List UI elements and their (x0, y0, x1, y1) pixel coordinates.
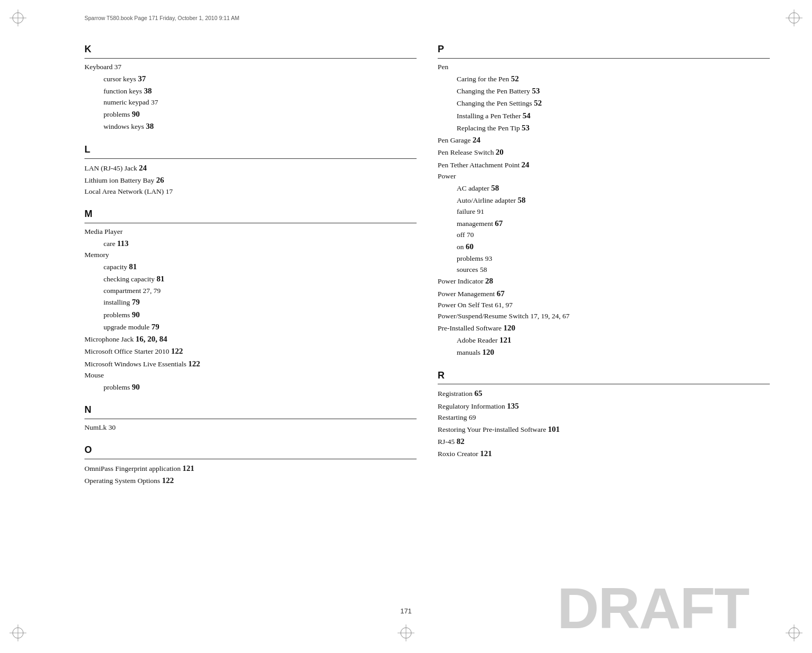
index-entry: checking capacity 81 (84, 273, 417, 285)
index-entry: Microphone Jack 16, 20, 84 (84, 333, 417, 345)
right-column: PPenCaring for the Pen 52Changing the Pe… (438, 42, 770, 600)
index-entry: Pen Tether Attachment Point 24 (438, 159, 770, 171)
index-entry: RJ-45 82 (438, 436, 770, 448)
index-page-number: 53 (532, 87, 540, 95)
index-entry: Lithium ion Battery Bay 26 (84, 174, 417, 186)
index-entry: Power On Self Test 61, 97 (438, 300, 770, 311)
index-entry: care 113 (84, 238, 417, 250)
index-entry: function keys 38 (84, 85, 417, 97)
index-entry: capacity 81 (84, 261, 417, 273)
index-entry: Operating System Options 122 (84, 475, 417, 487)
index-page-number: 61, 97 (495, 301, 513, 309)
index-page-number: 27, 79 (143, 287, 161, 295)
index-entry: OmniPass Fingerprint application 121 (84, 462, 417, 475)
index-entry: Pre-Installed Software 120 (438, 322, 770, 334)
index-page-number: 58 (491, 184, 499, 192)
index-page-number: 53 (522, 124, 530, 132)
index-entry: Restarting 69 (438, 412, 770, 423)
index-page-number: 82 (457, 437, 465, 446)
index-entry: Keyboard 37 (84, 62, 417, 73)
index-entry: failure 91 (438, 206, 770, 217)
section-rule (84, 58, 417, 59)
index-entry: Pen Garage 24 (438, 134, 770, 146)
index-page-number: 79 (132, 298, 140, 306)
index-page-number: 37 (115, 63, 122, 71)
index-page-number: 37 (151, 98, 158, 106)
section-letter-k: K (84, 42, 417, 57)
main-content: KKeyboard 37cursor keys 37function keys … (84, 42, 770, 600)
index-entry: Mouse (84, 370, 417, 381)
section-letter-n: N (84, 403, 417, 418)
index-page-number: 30 (108, 423, 116, 431)
index-entry: Power Indicator 28 (438, 275, 770, 287)
index-entry: problems 90 (84, 381, 417, 393)
index-entry: Media Player (84, 226, 417, 238)
index-entry: Caring for the Pen 52 (438, 73, 770, 85)
index-page-number: 93 (485, 254, 493, 262)
index-page-number: 67 (495, 219, 503, 228)
left-column: KKeyboard 37cursor keys 37function keys … (84, 42, 417, 600)
section-rule (438, 384, 770, 384)
draft-watermark: DRAFT (557, 579, 749, 637)
corner-bc (398, 624, 414, 643)
index-page-number: 90 (132, 110, 140, 118)
section-letter-p: P (438, 42, 770, 57)
index-page-number: 20 (496, 148, 504, 156)
index-page-number: 122 (162, 476, 174, 485)
index-page-number: 26 (156, 176, 164, 184)
index-entry: installing 79 (84, 296, 417, 308)
index-entry: windows keys 38 (84, 120, 417, 133)
index-page-number: 52 (511, 74, 519, 83)
index-page-number: 120 (503, 324, 515, 332)
index-page-number: 52 (534, 99, 542, 107)
index-page-number: 58 (480, 266, 487, 273)
index-page-number: 135 (507, 402, 519, 410)
index-entry: Roxio Creator 121 (438, 448, 770, 460)
index-entry: numeric keypad 37 (84, 97, 417, 108)
index-page-number: 65 (474, 389, 482, 398)
index-entry: Local Area Network (LAN) 17 (84, 186, 417, 197)
index-entry: Pen (438, 62, 770, 73)
section-rule (438, 58, 770, 59)
index-page-number: 70 (467, 231, 474, 239)
section-letter-r: R (438, 368, 770, 383)
index-entry: problems 90 (84, 309, 417, 321)
index-page-number: 38 (144, 87, 152, 95)
index-page-number: 81 (129, 262, 137, 271)
index-entry: off 70 (438, 230, 770, 241)
section-rule (84, 223, 417, 223)
index-page-number: 113 (117, 239, 129, 248)
index-entry: Regulatory Information 135 (438, 400, 770, 412)
index-entry: compartment 27, 79 (84, 286, 417, 297)
index-entry: upgrade module 79 (84, 321, 417, 333)
index-entry: AC adapter 58 (438, 182, 770, 194)
file-header: Sparrow T580.book Page 171 Friday, Octob… (84, 15, 239, 21)
index-page-number: 79 (152, 323, 159, 331)
index-entry: cursor keys 37 (84, 73, 417, 85)
page-number: 171 (400, 607, 412, 615)
section-letter-l: L (84, 143, 417, 157)
index-page-number: 121 (183, 464, 195, 472)
index-page-number: 69 (469, 413, 476, 421)
index-entry: Microsoft Windows Live Essentials 122 (84, 358, 417, 370)
index-entry: Adobe Reader 121 (438, 334, 770, 346)
index-page-number: 16, 20, 84 (136, 335, 167, 343)
index-entry: Microsoft Office Starter 2010 122 (84, 345, 417, 357)
index-page-number: 17 (166, 187, 173, 195)
index-page-number: 60 (466, 242, 474, 251)
index-entry: Power/Suspend/Resume Switch 17, 19, 24, … (438, 311, 770, 322)
index-entry: Power Management 67 (438, 288, 770, 300)
index-page-number: 24 (473, 136, 480, 144)
index-page-number: 24 (522, 160, 530, 169)
section-rule (84, 459, 417, 459)
index-entry: Restoring Your Pre-installed Software 10… (438, 423, 770, 436)
index-entry: manuals 120 (438, 346, 770, 358)
index-entry: problems 90 (84, 108, 417, 120)
section-rule (84, 419, 417, 419)
index-entry: Power (438, 171, 770, 182)
index-entry: Replacing the Pen Tip 53 (438, 122, 770, 134)
index-entry: problems 93 (438, 253, 770, 264)
index-entry: LAN (RJ-45) Jack 24 (84, 162, 417, 174)
index-page-number: 122 (171, 347, 183, 355)
index-page-number: 101 (548, 425, 560, 433)
